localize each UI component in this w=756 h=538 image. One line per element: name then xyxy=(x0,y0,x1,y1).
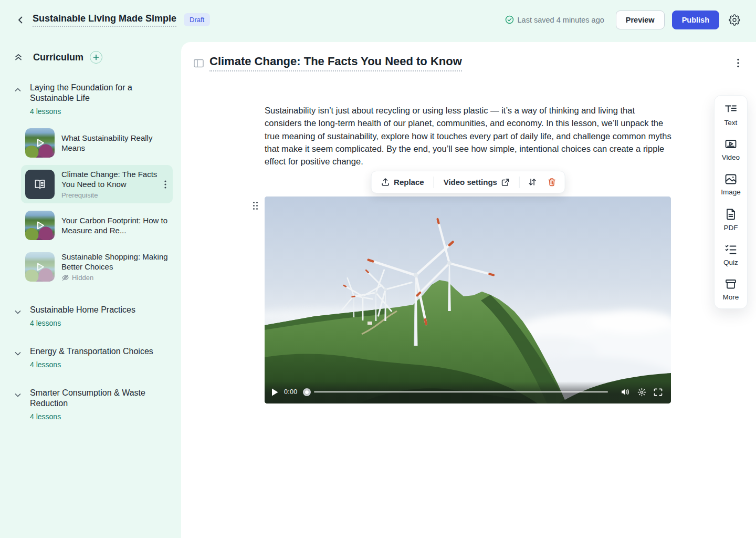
fullscreen-icon xyxy=(654,388,663,396)
play-button[interactable] xyxy=(270,387,280,398)
insert-quiz-button[interactable]: Quiz xyxy=(723,244,738,266)
insert-text-button[interactable]: Text xyxy=(724,104,738,127)
current-time: 0:00 xyxy=(284,388,298,396)
fullscreen-button[interactable] xyxy=(652,386,665,398)
lesson-paragraph[interactable]: Sustainability isn’t just about recyclin… xyxy=(265,104,671,168)
preview-button[interactable]: Preview xyxy=(616,11,665,29)
section-title: Energy & Transportation Choices xyxy=(30,346,153,357)
insert-item-label: PDF xyxy=(724,224,738,232)
lesson-prerequisite-label: Prerequisite xyxy=(61,191,169,199)
add-curriculum-button[interactable] xyxy=(90,51,102,64)
lesson-info: What Sustainability Really Means xyxy=(61,133,169,153)
lesson-content: Sustainability isn’t just about recyclin… xyxy=(265,104,671,404)
insert-pdf-button[interactable]: PDF xyxy=(724,208,738,232)
move-block-button[interactable] xyxy=(524,174,541,190)
double-chevron-up-icon xyxy=(14,53,23,62)
lesson-options-button[interactable] xyxy=(735,56,741,70)
section-lesson-count: 4 lessons xyxy=(30,319,135,327)
chevron-down-icon xyxy=(14,308,22,316)
video-block-toolbar: Replace Video settings xyxy=(371,171,565,193)
delete-block-button[interactable] xyxy=(543,174,561,190)
lesson-page-title[interactable]: Climate Change: The Facts You Need to Kn… xyxy=(209,55,462,71)
lesson-item-selected[interactable]: Climate Change: The Facts You Need to Kn… xyxy=(21,165,173,203)
lesson-list: What Sustainability Really Means Climate… xyxy=(13,124,173,286)
section-title: Sustainable Home Practices xyxy=(30,305,135,315)
curriculum-sidebar: Curriculum Laying the Foundation for a S… xyxy=(0,39,181,538)
section-title: Laying the Foundation for a Sustainable … xyxy=(30,82,161,104)
video-settings-label: Video settings xyxy=(444,178,497,187)
kebab-menu-icon xyxy=(737,58,739,68)
play-icon xyxy=(25,211,55,240)
toggle-sidebar-button[interactable] xyxy=(193,58,205,69)
block-drag-handle[interactable] xyxy=(250,199,260,212)
section-title: Smarter Consumption & Waste Reduction xyxy=(30,388,161,409)
lesson-video-thumbnail xyxy=(25,128,55,158)
video-poster-windfarm xyxy=(265,196,671,404)
section-lesson-count: 4 lessons xyxy=(30,412,161,421)
image-icon xyxy=(724,173,737,185)
back-button[interactable] xyxy=(14,13,27,27)
insert-block-toolbar: Text Video Image PDF Quiz More xyxy=(714,95,748,309)
seek-handle[interactable] xyxy=(303,388,311,396)
section-meta: Laying the Foundation for a Sustainable … xyxy=(30,82,161,116)
lesson-item-hidden[interactable]: Sustainable Shopping: Making Better Choi… xyxy=(21,247,173,286)
video-controls: 0:00 xyxy=(265,381,671,404)
drag-dots-icon xyxy=(253,201,258,210)
player-gear-icon xyxy=(637,388,646,397)
insert-more-button[interactable]: More xyxy=(723,278,739,301)
text-icon xyxy=(724,104,737,116)
lesson-header: Climate Change: The Facts You Need to Kn… xyxy=(181,42,756,71)
lesson-item[interactable]: What Sustainability Really Means xyxy=(21,124,173,162)
insert-video-button[interactable]: Video xyxy=(722,139,740,161)
autosave-text: Last saved 4 minutes ago xyxy=(518,16,604,24)
collapse-section-button[interactable] xyxy=(13,85,25,116)
expand-section-button[interactable] xyxy=(13,390,25,421)
collapse-all-button[interactable] xyxy=(13,51,24,63)
lesson-video-thumbnail xyxy=(25,252,55,282)
lesson-info: Climate Change: The Facts You Need to Kn… xyxy=(61,169,169,199)
lesson-options-button[interactable] xyxy=(162,178,169,191)
lesson-title: What Sustainability Really Means xyxy=(61,133,169,153)
settings-button[interactable] xyxy=(727,12,742,28)
curriculum-header: Curriculum xyxy=(13,51,173,64)
expand-section-button[interactable] xyxy=(13,348,25,369)
section-meta: Sustainable Home Practices 4 lessons xyxy=(30,305,135,327)
lesson-editor-panel: Climate Change: The Facts You Need to Kn… xyxy=(181,42,756,538)
external-link-icon xyxy=(501,178,510,187)
play-icon xyxy=(25,252,55,282)
video-settings-button[interactable]: Video settings xyxy=(438,174,515,190)
progress-bar[interactable] xyxy=(314,391,608,392)
curriculum-section: Energy & Transportation Choices 4 lesson… xyxy=(13,346,173,369)
plus-icon xyxy=(93,54,99,60)
insert-item-label: Text xyxy=(724,119,738,127)
volume-button[interactable] xyxy=(618,386,632,398)
replace-video-button[interactable]: Replace xyxy=(375,174,429,190)
expand-section-button[interactable] xyxy=(13,307,25,327)
section-header[interactable]: Laying the Foundation for a Sustainable … xyxy=(13,82,173,116)
lesson-item[interactable]: Your Carbon Footprint: How to Measure an… xyxy=(21,206,173,244)
insert-image-button[interactable]: Image xyxy=(721,173,741,196)
video-player[interactable]: 0:00 xyxy=(265,196,671,404)
player-settings-button[interactable] xyxy=(635,386,648,399)
lesson-title: Sustainable Shopping: Making Better Choi… xyxy=(61,252,169,272)
section-meta: Smarter Consumption & Waste Reduction 4 … xyxy=(30,388,161,421)
section-header[interactable]: Sustainable Home Practices 4 lessons xyxy=(13,305,173,327)
gear-icon xyxy=(729,14,740,26)
publish-button[interactable]: Publish xyxy=(672,11,719,29)
autosave-status: Last saved 4 minutes ago xyxy=(505,15,604,24)
lesson-title: Your Carbon Footprint: How to Measure an… xyxy=(61,215,169,235)
lesson-info: Your Carbon Footprint: How to Measure an… xyxy=(61,215,169,235)
curriculum-section: Smarter Consumption & Waste Reduction 4 … xyxy=(13,388,173,421)
section-header[interactable]: Smarter Consumption & Waste Reduction 4 … xyxy=(13,388,173,421)
insert-item-label: More xyxy=(723,293,739,301)
status-badge: Draft xyxy=(184,13,210,26)
section-header[interactable]: Energy & Transportation Choices 4 lesson… xyxy=(13,346,173,369)
course-title[interactable]: Sustainable Living Made Simple xyxy=(33,13,176,27)
play-icon xyxy=(25,128,55,158)
section-lesson-count: 4 lessons xyxy=(30,107,161,116)
more-blocks-icon xyxy=(724,278,737,290)
insert-item-label: Quiz xyxy=(723,258,738,266)
pdf-icon xyxy=(725,208,737,221)
top-bar: Sustainable Living Made Simple Draft Las… xyxy=(0,0,756,39)
curriculum-title: Curriculum xyxy=(33,52,83,63)
